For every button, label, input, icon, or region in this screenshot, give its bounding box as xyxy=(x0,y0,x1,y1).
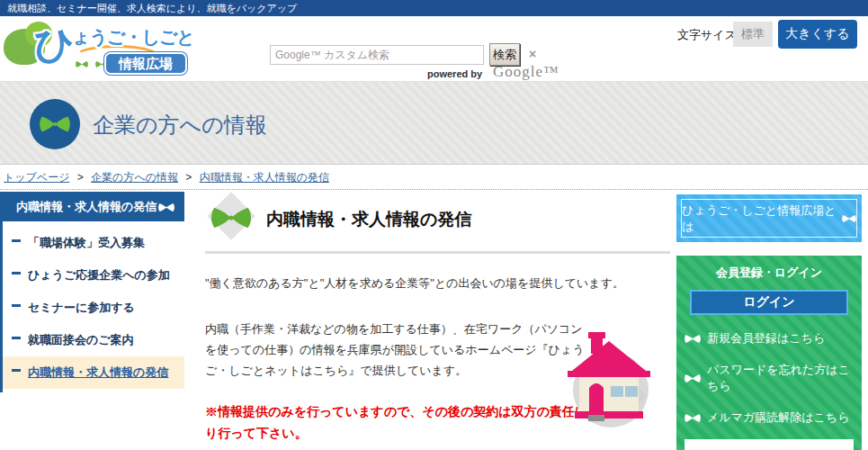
dash-bullet-icon xyxy=(12,337,21,339)
sidebar-item-label: 「職場体験」受入募集 xyxy=(28,236,145,249)
page-title: 企業の方への情報 xyxy=(93,111,267,140)
sidebar-item-label: 就職面接会のご案内 xyxy=(28,333,134,346)
site-header: ひ ょうご・しごと 情報広場 検索 × powered by Google™ 文… xyxy=(0,16,868,81)
bow-icon xyxy=(685,374,701,383)
about-banner-label: ひょうご・しごと情報広場とは xyxy=(682,202,837,235)
left-sidebar: 内職情報・求人情報の発信 「職場体験」受入募集 ひょうご応援企業への参加 セミナ… xyxy=(0,192,184,392)
intro-paragraph: "働く意欲のある方"と"人材を求める企業等"との出会いの場を提供しています。 xyxy=(205,275,670,292)
register-link-label: 新規会員登録はこちら xyxy=(707,330,825,346)
logo-badge: 情報広場 xyxy=(104,52,187,75)
bow-icon xyxy=(685,334,701,344)
logo-text-main: ょうご・しごと xyxy=(72,25,194,50)
main-heading-text: 内職情報・求人情報の発信 xyxy=(266,208,471,231)
sidebar-item-workplace-experience[interactable]: 「職場体験」受入募集 xyxy=(3,227,184,259)
clover-icon xyxy=(76,60,88,68)
member-note: ▸会員登録いただくとメールマガジンを購読いただけます。メールマガジン配信を希望の… xyxy=(685,439,854,450)
sidebar-list: 「職場体験」受入募集 ひょうご応援企業への参加 セミナーに参加する 就職面接会の… xyxy=(0,221,184,392)
description-paragraph: 内職（手作業・洋裁などの物を加工する仕事）、在宅ワーク（パソコンを使っての仕事）… xyxy=(205,319,587,381)
sidebar-item-hyogo-support[interactable]: ひょうご応援企業への参加 xyxy=(3,259,184,292)
heading-divider xyxy=(205,251,670,254)
forgot-password-label: パスワードを忘れた方はこちら xyxy=(707,362,854,394)
forgot-password-link[interactable]: パスワードを忘れた方はこちら xyxy=(685,362,854,394)
breadcrumb-link-section[interactable]: 企業の方への情報 xyxy=(91,171,178,184)
close-icon[interactable]: × xyxy=(529,47,536,61)
breadcrumb: トップページ > 企業の方への情報 > 内職情報・求人情報の発信 xyxy=(0,165,868,189)
sidebar-item-label: 内職情報・求人情報の発信 xyxy=(28,365,168,379)
powered-by-label: powered by xyxy=(427,68,482,79)
right-sidebar: ひょうご・しごと情報広場とは 会員登録・ログイン ログイン 新規会員登録はこちら… xyxy=(676,194,862,450)
clover-icon xyxy=(40,114,70,134)
breadcrumb-separator: > xyxy=(185,171,192,184)
main-heading: 内職情報・求人情報の発信 xyxy=(205,197,670,244)
member-panel: 会員登録・ログイン ログイン 新規会員登録はこちら パスワードを忘れた方はこちら… xyxy=(676,256,862,450)
dash-bullet-icon xyxy=(12,304,21,307)
content-area: 内職情報・求人情報の発信 「職場体験」受入募集 ひょうご応援企業への参加 セミナ… xyxy=(0,189,868,450)
breadcrumb-separator: > xyxy=(77,171,84,184)
sidebar-item-job-info-active[interactable]: 内職情報・求人情報の発信 xyxy=(3,356,184,389)
about-banner[interactable]: ひょうご・しごと情報広場とは xyxy=(676,194,862,242)
site-search: 検索 × powered by Google™ xyxy=(270,29,549,81)
site-logo[interactable]: ひ ょうご・しごと 情報広場 xyxy=(4,18,197,79)
font-size-label: 文字サイズ xyxy=(677,27,737,43)
breadcrumb-link-home[interactable]: トップページ xyxy=(4,171,69,184)
unsubscribe-label: メルマガ購読解除はこちら xyxy=(707,410,849,426)
section-icon-circle xyxy=(30,99,80,149)
logo-text-hi: ひ xyxy=(34,18,75,71)
page-title-band: 企業の方への情報 xyxy=(0,81,868,165)
sidebar-item-label: セミナーに参加する xyxy=(28,301,135,314)
dash-bullet-icon xyxy=(12,272,21,274)
top-utility-bar: 就職相談、セミナー開催、求人検索により、就職をバックアップ xyxy=(0,0,868,16)
font-size-standard-button[interactable]: 標準 xyxy=(733,22,773,47)
login-button[interactable]: ログイン xyxy=(690,290,848,315)
search-input[interactable] xyxy=(270,45,484,65)
sidebar-item-label: ひょうご応援企業への参加 xyxy=(28,268,170,282)
register-link[interactable]: 新規会員登録はこちら xyxy=(685,330,854,346)
main-content: 内職情報・求人情報の発信 "働く意欲のある方"と"人材を求める企業等"との出会い… xyxy=(205,197,670,450)
sidebar-item-interview[interactable]: 就職面接会のご案内 xyxy=(3,324,184,356)
bow-icon xyxy=(685,413,701,423)
sidebar-header-label: 内職情報・求人情報の発信 xyxy=(16,200,157,213)
sidebar-item-seminar[interactable]: セミナーに参加する xyxy=(3,292,184,324)
sidebar-header[interactable]: 内職情報・求人情報の発信 xyxy=(0,192,184,221)
page-root: 就職相談、セミナー開催、求人検索により、就職をバックアップ ひ ょうご・しごと … xyxy=(0,0,868,450)
bow-icon xyxy=(158,202,174,212)
dash-bullet-icon xyxy=(12,369,21,372)
font-size-controls: 文字サイズ 標準 大きくする xyxy=(677,22,857,63)
dash-bullet-icon xyxy=(12,239,21,242)
warning-text: ※情報提供のみを行っていますので、その後の契約は双方の責任により行って下さい。 xyxy=(205,400,601,444)
about-banner-inner: ひょうご・しごと情報広場とは xyxy=(681,199,857,238)
member-panel-title: 会員登録・ログイン xyxy=(685,265,854,281)
unsubscribe-link[interactable]: メルマガ購読解除はこちら xyxy=(685,410,854,426)
breadcrumb-link-current[interactable]: 内職情報・求人情報の発信 xyxy=(200,171,329,184)
google-logo: Google™ xyxy=(493,63,559,81)
clover-icon xyxy=(210,206,252,230)
house-illustration xyxy=(564,332,654,429)
bow-icon xyxy=(842,214,856,223)
font-size-enlarge-button[interactable]: 大きくする xyxy=(778,20,857,49)
